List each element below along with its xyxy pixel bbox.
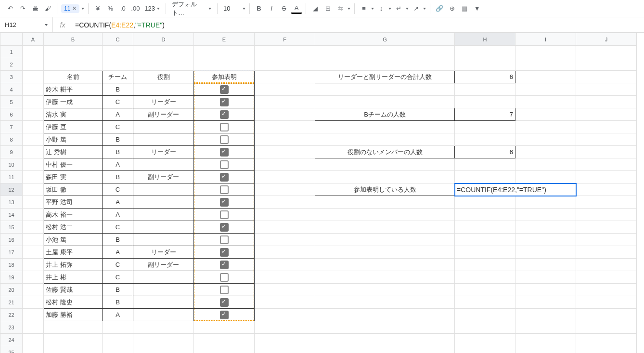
cell-C13[interactable]: A: [103, 196, 133, 209]
cell-E2[interactable]: [194, 58, 255, 71]
cell-E23[interactable]: [194, 321, 255, 334]
cell-C12[interactable]: C: [103, 183, 133, 196]
cell-I17[interactable]: [515, 246, 576, 259]
cell-B12[interactable]: 坂田 徹: [44, 183, 103, 196]
cell-H16[interactable]: [455, 234, 515, 246]
cell-A22[interactable]: [23, 309, 44, 321]
cell-J16[interactable]: [576, 234, 637, 246]
cell-G9[interactable]: 役割のないメンバーの人数: [315, 146, 455, 158]
cell-G4[interactable]: [315, 83, 455, 96]
row-header-6[interactable]: 6: [0, 108, 23, 121]
cell-I11[interactable]: [515, 171, 576, 183]
cell-C18[interactable]: C: [103, 259, 133, 271]
percent-icon[interactable]: %: [105, 3, 116, 14]
cell-C9[interactable]: B: [103, 146, 133, 158]
cell-I18[interactable]: [515, 259, 576, 271]
row-header-24[interactable]: 24: [0, 334, 23, 346]
cell-G18[interactable]: [315, 259, 455, 271]
cell-J21[interactable]: [576, 296, 637, 309]
cell-B25[interactable]: [44, 346, 103, 353]
cell-G19[interactable]: [315, 271, 455, 284]
column-header-B[interactable]: B: [44, 33, 103, 46]
cell-B20[interactable]: 佐藤 賢哉: [44, 284, 103, 296]
cell-C24[interactable]: [103, 334, 133, 346]
cell-I4[interactable]: [515, 83, 576, 96]
cell-B17[interactable]: 土屋 康平: [44, 246, 103, 259]
cell-I3[interactable]: [515, 71, 576, 83]
cell-E11[interactable]: [194, 171, 255, 183]
row-header-13[interactable]: 13: [0, 196, 23, 209]
column-header-C[interactable]: C: [103, 33, 133, 46]
cell-C20[interactable]: B: [103, 284, 133, 296]
cell-A14[interactable]: [23, 209, 44, 221]
cell-F24[interactable]: [255, 334, 315, 346]
cell-J22[interactable]: [576, 309, 637, 321]
cell-B22[interactable]: 加藤 勝裕: [44, 309, 103, 321]
cell-C3[interactable]: チーム: [103, 71, 133, 83]
row-header-4[interactable]: 4: [0, 83, 23, 96]
cell-B24[interactable]: [44, 334, 103, 346]
cell-D21[interactable]: [133, 296, 194, 309]
font-size-arrow-icon[interactable]: [243, 8, 245, 10]
cell-C10[interactable]: A: [103, 158, 133, 171]
cell-J10[interactable]: [576, 158, 637, 171]
increase-decimal-icon[interactable]: .00: [130, 3, 141, 14]
cell-C5[interactable]: C: [103, 96, 133, 108]
checkbox[interactable]: [220, 198, 229, 207]
cell-D18[interactable]: 副リーダー: [133, 259, 194, 271]
checkbox[interactable]: [220, 311, 229, 319]
row-header-2[interactable]: 2: [0, 58, 23, 71]
zoom-chip[interactable]: 11 ✕: [61, 4, 79, 13]
column-header-H[interactable]: H: [455, 33, 515, 46]
cell-F21[interactable]: [255, 296, 315, 309]
row-header-18[interactable]: 18: [0, 259, 23, 271]
decrease-decimal-icon[interactable]: .0: [117, 3, 128, 14]
cell-J17[interactable]: [576, 246, 637, 259]
cell-B14[interactable]: 高木 裕一: [44, 209, 103, 221]
cell-H22[interactable]: [455, 309, 515, 321]
text-rotation-icon[interactable]: ↗: [411, 3, 421, 14]
cell-G6[interactable]: Bチームの人数: [315, 108, 455, 121]
cell-J1[interactable]: [576, 46, 637, 58]
link-icon[interactable]: 🔗: [434, 3, 445, 14]
text-wrap-icon[interactable]: ↵: [393, 3, 404, 14]
cell-E13[interactable]: [194, 196, 255, 209]
cell-D24[interactable]: [133, 334, 194, 346]
cell-E19[interactable]: [194, 271, 255, 284]
strike-icon[interactable]: S: [279, 3, 289, 14]
cell-F9[interactable]: [255, 146, 315, 158]
cell-I23[interactable]: [515, 321, 576, 334]
checkbox[interactable]: [220, 85, 229, 94]
cell-A21[interactable]: [23, 296, 44, 309]
cell-A3[interactable]: [23, 71, 44, 83]
cell-I15[interactable]: [515, 221, 576, 234]
cell-C23[interactable]: [103, 321, 133, 334]
cell-I14[interactable]: [515, 209, 576, 221]
cell-G23[interactable]: [315, 321, 455, 334]
cell-E17[interactable]: [194, 246, 255, 259]
cell-G5[interactable]: [315, 96, 455, 108]
cell-B2[interactable]: [44, 58, 103, 71]
cell-H13[interactable]: [455, 196, 515, 209]
cell-E3[interactable]: 参加表明: [194, 71, 255, 83]
cell-D20[interactable]: [133, 284, 194, 296]
cell-G20[interactable]: [315, 284, 455, 296]
cell-D5[interactable]: リーダー: [133, 96, 194, 108]
cell-B7[interactable]: 伊藤 亘: [44, 121, 103, 133]
cell-B10[interactable]: 中村 優一: [44, 158, 103, 171]
name-box-arrow-icon[interactable]: [45, 24, 48, 26]
cell-B6[interactable]: 清水 実: [44, 108, 103, 121]
cell-F12[interactable]: [255, 183, 315, 196]
cell-G21[interactable]: [315, 296, 455, 309]
cell-H25[interactable]: [455, 346, 515, 353]
row-header-7[interactable]: 7: [0, 121, 23, 133]
row-header-20[interactable]: 20: [0, 284, 23, 296]
cell-E22[interactable]: [194, 309, 255, 321]
cell-G14[interactable]: [315, 209, 455, 221]
cell-H8[interactable]: [455, 133, 515, 146]
cell-B1[interactable]: [44, 46, 103, 58]
checkbox[interactable]: [220, 98, 229, 106]
checkbox[interactable]: [220, 273, 229, 282]
cell-A13[interactable]: [23, 196, 44, 209]
cell-A16[interactable]: [23, 234, 44, 246]
